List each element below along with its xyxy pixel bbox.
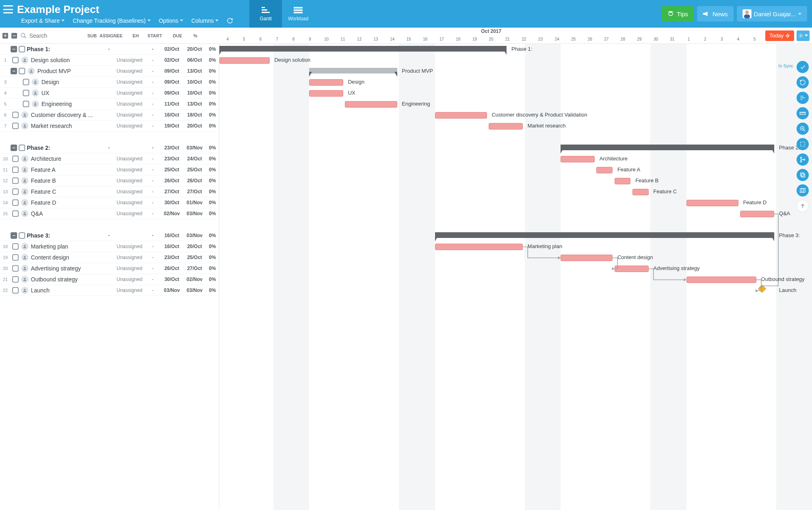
menu-icon[interactable]	[3, 5, 13, 13]
task-name[interactable]: Architecture	[31, 156, 102, 162]
news-button[interactable]: News	[697, 6, 734, 22]
task-row[interactable]: 12Feature BUnassigned-26/Oct26/Oct0%	[0, 175, 219, 186]
group-bar[interactable]	[219, 46, 507, 52]
task-row[interactable]: 20Advertising strategyUnassigned-26/Oct2…	[0, 263, 219, 274]
task-checkbox[interactable]	[12, 276, 19, 283]
branch-fab[interactable]	[797, 153, 809, 166]
settings-button[interactable]	[797, 30, 810, 41]
collapse-toggle[interactable]: −	[11, 145, 17, 151]
task-bar[interactable]	[345, 101, 397, 108]
task-row[interactable]: −Phase 1:--02/Oct20/Oct0%	[0, 44, 219, 55]
task-name[interactable]: Product MVP	[37, 68, 102, 74]
assignee-icon[interactable]	[21, 243, 28, 250]
assignee-icon[interactable]	[21, 199, 28, 206]
task-name[interactable]: Content design	[31, 254, 102, 261]
task-checkbox[interactable]	[12, 156, 19, 162]
task-row[interactable]: 5EngineeringUnassigned-11/Oct13/Oct0%	[0, 99, 219, 110]
task-name[interactable]: Design solution	[31, 57, 102, 63]
task-name[interactable]: Q&A	[31, 210, 102, 217]
task-row[interactable]: −Product MVPUnassigned-09/Oct13/Oct0%	[0, 66, 219, 77]
assignee-icon[interactable]	[21, 56, 28, 64]
task-name[interactable]: Launch	[31, 287, 102, 294]
task-list[interactable]: −Phase 1:--02/Oct20/Oct0%1Design solutio…	[0, 44, 219, 510]
task-name[interactable]: Outbound strategy	[31, 276, 102, 283]
options-menu[interactable]: Options	[159, 17, 183, 24]
select-fab[interactable]	[797, 138, 809, 150]
tips-button[interactable]: Tips	[661, 6, 694, 22]
task-checkbox[interactable]	[12, 188, 19, 195]
task-name[interactable]: UX	[41, 90, 102, 96]
task-bar[interactable]	[686, 277, 756, 283]
task-name[interactable]: Phase 1:	[27, 46, 102, 52]
task-bar[interactable]	[596, 167, 613, 173]
task-row[interactable]: −Phase 3:--16/Oct03/Nov0%	[0, 230, 219, 241]
timeline-days-row[interactable]: 4567891011121314151617181920212223242526…	[219, 35, 763, 43]
col-sub[interactable]: SUB	[84, 33, 100, 38]
group-bar[interactable]	[435, 232, 775, 238]
task-name[interactable]: Phase 2:	[27, 145, 102, 151]
milestone-icon[interactable]	[758, 285, 766, 293]
collapse-all-button[interactable]: −	[11, 33, 17, 39]
task-checkbox[interactable]	[12, 265, 19, 272]
task-row[interactable]: 10ArchitectureUnassigned-23/Oct24/Oct0%	[0, 153, 219, 164]
col-start[interactable]: START	[143, 33, 166, 38]
task-row[interactable]: 1Design solutionUnassigned-02/Oct06/Oct0…	[0, 55, 219, 66]
task-name[interactable]: Advertising strategy	[31, 265, 102, 272]
task-checkbox[interactable]	[23, 101, 29, 107]
export-share-menu[interactable]: Export & Share	[21, 17, 65, 24]
assignee-icon[interactable]	[21, 122, 28, 130]
workload-tab[interactable]: Workload	[282, 0, 314, 28]
assignee-icon[interactable]	[28, 67, 35, 75]
task-checkbox[interactable]	[19, 232, 25, 239]
assignee-icon[interactable]	[21, 188, 28, 195]
task-name[interactable]: Feature A	[31, 166, 102, 173]
copy-fab[interactable]	[797, 169, 809, 181]
gantt-tab[interactable]: Gantt	[249, 0, 282, 28]
col-eh[interactable]: EH	[128, 33, 143, 38]
task-checkbox[interactable]	[12, 199, 19, 206]
task-bar[interactable]	[561, 156, 595, 162]
task-checkbox[interactable]	[12, 287, 19, 294]
task-name[interactable]: Phase 3:	[27, 232, 102, 239]
task-checkbox[interactable]	[19, 46, 25, 52]
task-row[interactable]: 19Content designUnassigned-23/Oct25/Oct0…	[0, 252, 219, 263]
rotate-fab[interactable]	[797, 76, 809, 89]
task-name[interactable]: Feature D	[31, 199, 102, 206]
task-name[interactable]: Feature B	[31, 177, 102, 184]
task-row[interactable]: 15Q&AUnassigned-02/Nov03/Nov0%	[0, 208, 219, 219]
task-name[interactable]: Engineering	[41, 101, 102, 107]
up-fab[interactable]	[797, 200, 809, 212]
group-bar[interactable]	[561, 145, 774, 150]
assignee-icon[interactable]	[21, 276, 28, 283]
task-row[interactable]: 6Customer discovery & ...Unassigned-16/O…	[0, 110, 219, 121]
task-bar[interactable]	[489, 123, 523, 130]
assignee-icon[interactable]	[21, 111, 28, 119]
search-input[interactable]	[29, 32, 74, 39]
assignee-icon[interactable]	[21, 265, 28, 272]
collapse-toggle[interactable]: −	[11, 68, 17, 74]
assignee-icon[interactable]	[21, 155, 28, 162]
task-checkbox[interactable]	[12, 210, 19, 217]
align-fab[interactable]	[797, 92, 809, 104]
collapse-toggle[interactable]: −	[11, 46, 17, 52]
task-bar[interactable]	[561, 255, 613, 261]
assignee-icon[interactable]	[32, 100, 39, 108]
task-checkbox[interactable]	[19, 145, 25, 151]
task-bar[interactable]	[615, 266, 649, 272]
task-bar[interactable]	[740, 211, 774, 217]
task-name[interactable]: Marketing plan	[31, 243, 102, 250]
task-name[interactable]: Market research	[31, 123, 102, 129]
expand-all-button[interactable]: +	[2, 33, 8, 39]
task-checkbox[interactable]	[23, 90, 29, 96]
task-row[interactable]: 22LaunchUnassigned-03/Nov03/Nov0%	[0, 285, 219, 296]
task-row[interactable]: 14Feature DUnassigned-30/Oct01/Nov0%	[0, 197, 219, 208]
assignee-icon[interactable]	[21, 177, 28, 184]
task-bar[interactable]	[632, 189, 649, 195]
task-row[interactable]: −Phase 2:--23/Oct03/Nov0%	[0, 143, 219, 153]
task-checkbox[interactable]	[12, 57, 19, 63]
task-checkbox[interactable]	[12, 112, 19, 118]
task-checkbox[interactable]	[12, 254, 19, 261]
task-bar[interactable]	[435, 244, 523, 250]
task-checkbox[interactable]	[12, 166, 19, 173]
task-checkbox[interactable]	[12, 177, 19, 184]
